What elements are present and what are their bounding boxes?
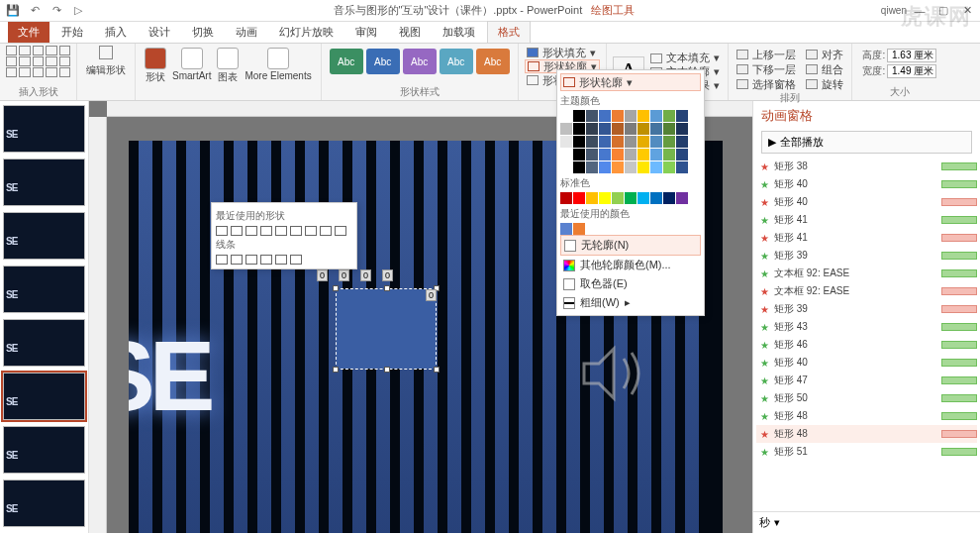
animation-item[interactable]: ★矩形 47 xyxy=(756,372,977,389)
timeline-bar[interactable] xyxy=(941,180,977,188)
timeline-bar[interactable] xyxy=(941,323,977,331)
color-swatch[interactable] xyxy=(586,123,598,135)
color-swatch[interactable] xyxy=(560,223,572,235)
weight-item[interactable]: 粗细(W) ▸ xyxy=(560,293,701,312)
color-swatch[interactable] xyxy=(612,161,624,173)
width-input[interactable] xyxy=(887,64,936,78)
timeline-bar[interactable] xyxy=(941,394,977,402)
tab-design[interactable]: 设计 xyxy=(139,22,180,43)
no-outline-item[interactable]: 无轮廓(N) xyxy=(560,235,701,256)
shape-option[interactable] xyxy=(320,226,332,236)
timeline-bar[interactable] xyxy=(941,198,977,206)
color-swatch[interactable] xyxy=(625,123,637,135)
shape-option[interactable] xyxy=(216,226,228,236)
color-swatch[interactable] xyxy=(637,110,649,122)
timeline-bar[interactable] xyxy=(941,376,977,384)
animation-list[interactable]: ★矩形 38★矩形 40★矩形 40★矩形 41★矩形 41★矩形 39★文本框… xyxy=(753,158,980,511)
color-swatch[interactable] xyxy=(586,161,598,173)
timeline-bar[interactable] xyxy=(941,162,977,170)
text-fill-button[interactable]: 文本填充 ▾ xyxy=(648,52,722,65)
timeline-bar[interactable] xyxy=(941,430,977,438)
audio-icon[interactable] xyxy=(574,339,653,408)
color-swatch[interactable] xyxy=(663,123,675,135)
color-swatch[interactable] xyxy=(599,136,611,148)
color-swatch[interactable] xyxy=(663,136,675,148)
height-input[interactable] xyxy=(887,49,936,62)
send-backward-button[interactable]: 下移一层 xyxy=(735,62,798,76)
color-swatch[interactable] xyxy=(625,136,637,148)
animation-item[interactable]: ★矩形 40 xyxy=(756,193,977,211)
tab-insert[interactable]: 插入 xyxy=(95,22,137,43)
tab-format[interactable]: 格式 xyxy=(487,21,531,43)
color-swatch[interactable] xyxy=(599,149,611,160)
color-swatch[interactable] xyxy=(650,149,662,160)
color-swatch[interactable] xyxy=(650,123,662,135)
timeline-bar[interactable] xyxy=(941,412,977,420)
smartart-button[interactable]: SmartArt xyxy=(169,46,214,83)
color-swatch[interactable] xyxy=(625,161,637,173)
shape-fill-button[interactable]: 形状填充 ▾ xyxy=(525,46,600,59)
timeline-bar[interactable] xyxy=(941,216,977,224)
color-swatch[interactable] xyxy=(663,192,675,204)
color-swatch[interactable] xyxy=(573,192,585,204)
timeline-bar[interactable] xyxy=(941,252,977,260)
color-swatch[interactable] xyxy=(599,161,611,173)
selection-pane-button[interactable]: 选择窗格 xyxy=(735,77,798,91)
color-swatch[interactable] xyxy=(663,149,675,160)
tab-transitions[interactable]: 切换 xyxy=(182,22,224,43)
shapes-dropdown-button[interactable]: 形状 xyxy=(142,46,169,86)
slide-thumb[interactable]: SE xyxy=(3,319,85,367)
shape-picker-popup[interactable]: 最近使用的形状 线条 xyxy=(211,202,357,269)
color-swatch[interactable] xyxy=(560,123,572,135)
minimize-icon[interactable]: — xyxy=(911,2,929,20)
style-thumb[interactable]: Abc xyxy=(476,49,510,74)
animation-item[interactable]: ★矩形 43 xyxy=(756,318,977,336)
color-swatch[interactable] xyxy=(560,161,572,173)
shape-option[interactable] xyxy=(231,226,243,236)
color-swatch[interactable] xyxy=(612,149,624,160)
color-swatch[interactable] xyxy=(573,149,585,160)
color-swatch[interactable] xyxy=(676,123,688,135)
shape-option[interactable] xyxy=(290,255,302,265)
edit-shape-button[interactable]: 编辑形状 xyxy=(83,46,129,77)
color-swatch[interactable] xyxy=(676,161,688,173)
animation-item[interactable]: ★矩形 40 xyxy=(756,354,977,372)
timeline-bar[interactable] xyxy=(941,305,977,313)
lines-grid[interactable] xyxy=(216,255,352,265)
color-swatch[interactable] xyxy=(560,149,572,160)
color-swatch[interactable] xyxy=(625,149,637,160)
animation-item[interactable]: ★矩形 40 xyxy=(756,175,977,193)
recent-colors-palette[interactable] xyxy=(560,223,699,235)
animation-item[interactable]: ★矩形 46 xyxy=(756,336,977,354)
style-thumb[interactable]: Abc xyxy=(403,49,437,74)
color-swatch[interactable] xyxy=(625,110,637,122)
eyedropper-item[interactable]: 取色器(E) xyxy=(560,274,701,293)
animation-item[interactable]: ★矩形 50 xyxy=(756,389,977,407)
color-swatch[interactable] xyxy=(676,136,688,148)
shape-outline-menu[interactable]: 形状轮廓 ▾ 主题颜色 标准色 最近使用的颜色 无轮廓(N) 其他轮廓颜色(M)… xyxy=(556,69,705,316)
tab-addins[interactable]: 加载项 xyxy=(433,22,485,43)
animation-item[interactable]: ★矩形 39 xyxy=(756,247,977,265)
color-swatch[interactable] xyxy=(625,192,637,204)
animation-item[interactable]: ★矩形 48 xyxy=(756,425,977,443)
tab-animations[interactable]: 动画 xyxy=(226,22,267,43)
slide-thumb[interactable]: SE xyxy=(3,105,85,153)
bring-forward-button[interactable]: 上移一层 xyxy=(735,48,798,61)
slide-thumb[interactable]: SE xyxy=(3,212,85,260)
color-swatch[interactable] xyxy=(560,110,572,122)
close-icon[interactable]: ✕ xyxy=(958,2,976,20)
play-all-button[interactable]: ▶ 全部播放 xyxy=(761,131,972,154)
slide-thumb[interactable]: SE xyxy=(3,426,85,474)
animation-item[interactable]: ★文本框 92: EASE xyxy=(756,282,977,300)
shape-option[interactable] xyxy=(216,255,228,265)
redo-icon[interactable]: ↷ xyxy=(48,2,65,20)
timeline-bar[interactable] xyxy=(941,359,977,367)
color-swatch[interactable] xyxy=(650,110,662,122)
shape-option[interactable] xyxy=(305,226,317,236)
group-button[interactable]: 组合 xyxy=(804,62,845,76)
color-swatch[interactable] xyxy=(637,149,649,160)
recent-shapes-grid[interactable] xyxy=(216,226,352,236)
shape-option[interactable] xyxy=(275,255,287,265)
animation-item[interactable]: ★文本框 92: EASE xyxy=(756,265,977,282)
color-swatch[interactable] xyxy=(599,192,611,204)
